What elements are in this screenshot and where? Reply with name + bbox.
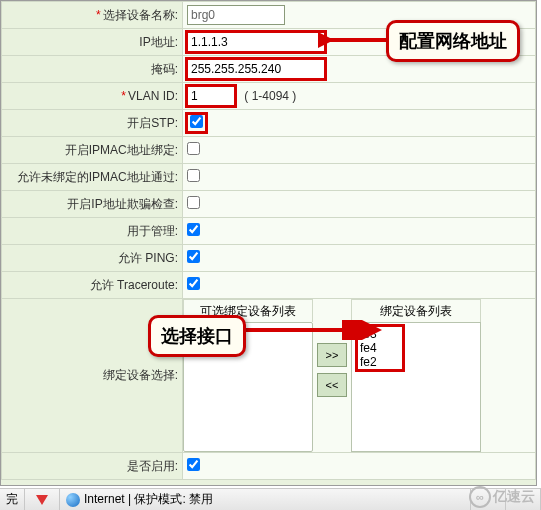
device-name-input[interactable] [187,5,285,25]
ip-spoof-label: 开启IP地址欺骗检查: [67,197,178,211]
watermark: ∞亿速云 [469,486,535,508]
allow-ping-label: 允许 PING: [118,251,178,265]
stp-checkbox[interactable] [190,115,203,128]
allow-trace-label: 允许 Traceroute: [90,278,178,292]
required-marker: * [96,8,101,22]
ipmac-bind-checkbox[interactable] [187,142,200,155]
bound-list-highlight: fe3 fe4 fe2 [356,325,404,371]
for-manage-label: 用于管理: [127,224,178,238]
add-button[interactable]: >> [317,343,347,367]
mask-label: 掩码: [151,62,178,76]
ip-spoof-checkbox[interactable] [187,196,200,209]
ip-input[interactable] [187,32,325,52]
config-form: *选择设备名称: IP地址: 掩码: *VLAN ID: ( 1-4094 ) … [0,0,537,486]
status-done: 完 [0,489,25,510]
mask-input[interactable] [187,59,325,79]
list-item[interactable]: fe4 [360,341,400,355]
bound-list[interactable]: fe3 fe4 fe2 [351,322,481,452]
bind-select-label: 绑定设备选择: [103,368,178,382]
vlan-input[interactable] [187,86,235,106]
globe-icon [66,493,80,507]
callout-pick-if: 选择接口 [148,315,246,357]
ip-label: IP地址: [139,35,178,49]
device-name-label: 选择设备名称: [103,8,178,22]
status-zone: Internet | 保护模式: 禁用 [84,491,213,508]
ipmac-pass-label: 允许未绑定的IPMAC地址通过: [17,170,178,184]
list-item[interactable]: fe2 [360,355,400,369]
enabled-checkbox[interactable] [187,458,200,471]
required-marker: * [121,89,126,103]
ipmac-bind-label: 开启IPMAC地址绑定: [65,143,178,157]
vlan-label: VLAN ID: [128,89,178,103]
shield-icon [36,495,48,505]
for-manage-checkbox[interactable] [187,223,200,236]
bound-list-title: 绑定设备列表 [351,299,481,322]
enabled-label: 是否启用: [127,459,178,473]
callout-net-addr: 配置网络地址 [386,20,520,62]
list-item[interactable]: fe3 [360,327,400,341]
ipmac-pass-checkbox[interactable] [187,169,200,182]
allow-ping-checkbox[interactable] [187,250,200,263]
remove-button[interactable]: << [317,373,347,397]
stp-label: 开启STP: [127,116,178,130]
allow-trace-checkbox[interactable] [187,277,200,290]
vlan-hint: ( 1-4094 ) [244,89,296,103]
status-bar: 完 Internet | 保护模式: 禁用 [0,488,541,510]
